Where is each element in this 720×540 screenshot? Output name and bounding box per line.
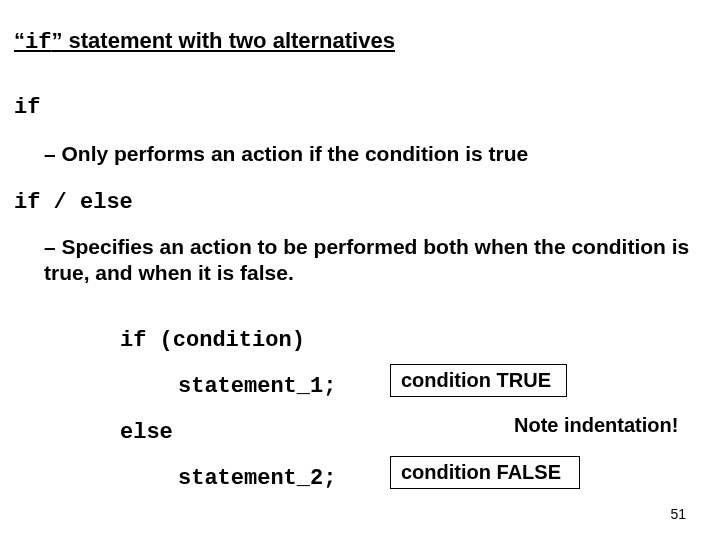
- snippet-line-3: else: [120, 422, 173, 444]
- heading-ifelse-code: if / else: [14, 190, 133, 215]
- snippet-line-4: statement_2;: [178, 468, 336, 490]
- snippet-line-2: statement_1;: [178, 376, 336, 398]
- body-if-description: – Only performs an action if the conditi…: [44, 142, 528, 166]
- title-if-mono: if: [25, 30, 51, 55]
- callout-condition-true: condition TRUE: [390, 364, 567, 397]
- slide: “if” statement with two alternatives if …: [0, 0, 720, 540]
- title-rest: ” statement with two alternatives: [51, 28, 395, 53]
- note-indentation: Note indentation!: [514, 414, 678, 437]
- heading-if-code: if: [14, 95, 40, 120]
- page-number: 51: [670, 506, 686, 522]
- title-open-quote: “: [14, 28, 25, 53]
- callout-condition-false: condition FALSE: [390, 456, 580, 489]
- snippet-line-1: if (condition): [120, 330, 305, 352]
- slide-title: “if” statement with two alternatives: [14, 28, 395, 55]
- body-ifelse-description: – Specifies an action to be performed bo…: [44, 234, 690, 287]
- code-snippet: if (condition) statement_1; else stateme…: [120, 318, 336, 502]
